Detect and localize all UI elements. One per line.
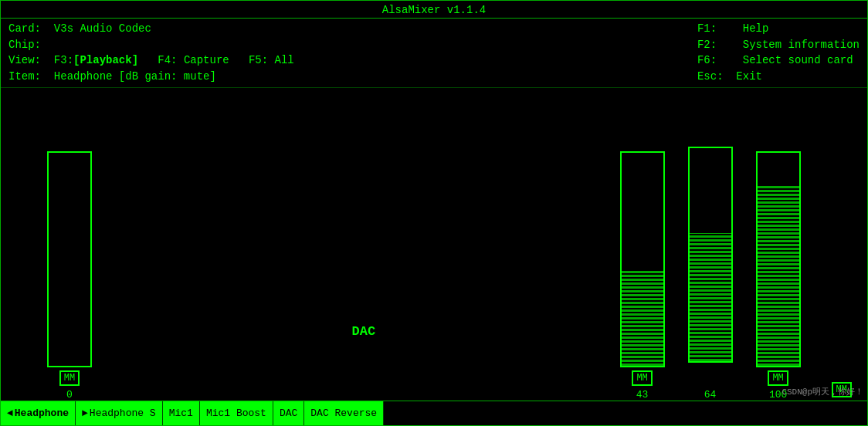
app: AlsaMixer v1.1.4 Card: V3s Audio Codec C… — [0, 0, 868, 426]
dac-spacer: DAC — [107, 324, 620, 339]
fader-fill-dac — [758, 184, 799, 366]
header-left: Card: V3s Audio Codec Chip: View: F3:[Pl… — [8, 22, 294, 84]
watermark: CSDN@p明天，你好！ — [782, 386, 863, 397]
item-label: Item: — [8, 70, 41, 83]
f6-key: F6: — [697, 54, 717, 66]
channel-mic1: MM 43 — [620, 151, 665, 401]
fader-track-dac — [756, 151, 801, 367]
app-title: AlsaMixer v1.1.4 — [382, 4, 486, 16]
card-label: Card: — [8, 22, 41, 35]
fader-fill-mic1 — [622, 270, 663, 366]
channel-dac-reverse: MM — [832, 163, 852, 401]
tab-dac[interactable]: DAC — [273, 401, 304, 425]
item-line: Item: Headphone [dB gain: mute] — [8, 69, 294, 85]
card-line: Card: V3s Audio Codec — [8, 22, 294, 37]
mm-dac: MM — [768, 370, 788, 386]
mm-headphone: MM — [59, 370, 80, 386]
channel-headphone: MM 0 — [47, 151, 92, 401]
header-right: F1: Help F2: System information F6: Sele… — [697, 22, 860, 84]
header: Card: V3s Audio Codec Chip: View: F3:[Pl… — [1, 19, 867, 88]
view-f3: F3: — [54, 54, 73, 66]
f1-label: Help — [743, 22, 769, 35]
tab-dac-reverse[interactable]: DAC Reverse — [304, 401, 384, 425]
view-f4: F4: Capture — [158, 54, 229, 66]
tab-headphone-left-arrow: ◄ — [7, 407, 13, 419]
tab-dac-reverse-label: DAC Reverse — [310, 407, 377, 419]
tab-mic1boost-label: Mic1 Boost — [206, 407, 266, 419]
view-f3-value: [Playback] — [73, 54, 138, 66]
channel-mic1boost: 64 — [688, 147, 733, 401]
title-bar: AlsaMixer v1.1.4 — [1, 1, 867, 19]
fader-fill-mic1boost — [690, 233, 731, 361]
f1-line: F1: Help — [697, 22, 860, 37]
f2-key: F2: — [697, 39, 717, 51]
tab-headphone[interactable]: ◄ Headphone — [1, 401, 76, 425]
chip-label: Chip: — [8, 39, 41, 51]
chip-line: Chip: — [8, 38, 294, 53]
fader-track-mic1boost — [688, 147, 733, 363]
f2-line: F2: System information — [697, 38, 860, 53]
f1-key: F1: — [697, 22, 717, 35]
f6-label: Select sound card — [743, 54, 853, 66]
value-mic1: 43 — [636, 389, 649, 401]
mixer-area: MM 0 DAC MM 43 64 MM — [1, 88, 867, 401]
channel-dac: MM 100 — [756, 151, 801, 401]
tab-headphone-s[interactable]: ► Headphone S — [76, 401, 163, 425]
tab-headphone-s-right-arrow: ► — [82, 407, 88, 419]
esc-line: Esc: Exit — [697, 69, 860, 85]
view-label: View: — [8, 54, 41, 66]
tab-dac-label: DAC — [280, 407, 297, 419]
value-headphone: 0 — [66, 389, 73, 401]
tab-mic1boost[interactable]: Mic1 Boost — [200, 401, 273, 425]
tab-mic1[interactable]: Mic1 — [163, 401, 200, 425]
card-value: V3s Audio Codec — [54, 22, 151, 35]
item-value: Headphone [dB gain: mute] — [54, 70, 216, 83]
view-f5: F5: All — [249, 54, 294, 66]
esc-key: Esc: — [697, 70, 724, 83]
dac-floating-label: DAC — [351, 324, 375, 339]
f2-label: System information — [743, 39, 860, 51]
fader-track-headphone — [47, 151, 92, 367]
tab-mic1-label: Mic1 — [169, 407, 193, 419]
esc-label: Exit — [736, 70, 762, 83]
mm-mic1: MM — [632, 370, 652, 386]
value-mic1boost: 64 — [704, 389, 717, 401]
tab-headphone-s-label: Headphone S — [90, 407, 156, 419]
fader-track-mic1 — [620, 151, 665, 367]
f6-line: F6: Select sound card — [697, 53, 860, 69]
tab-bar: ◄ Headphone ► Headphone S Mic1 Mic1 Boos… — [1, 401, 867, 425]
view-line: View: F3:[Playback] F4: Capture F5: All — [8, 53, 294, 69]
tab-headphone-label: Headphone — [15, 407, 69, 419]
